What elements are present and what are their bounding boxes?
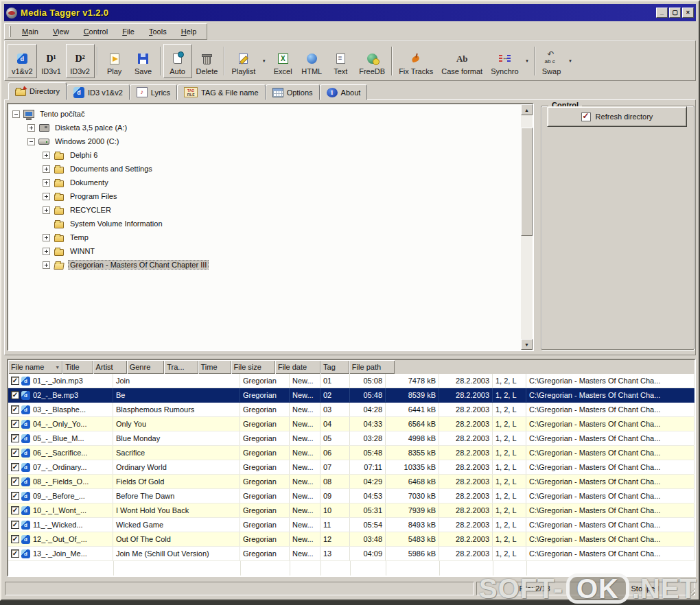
- column-header[interactable]: Tag: [320, 360, 349, 374]
- id3v2-icon[interactable]: ID3v2: [66, 44, 95, 78]
- row-checkbox[interactable]: [11, 506, 19, 514]
- playlist-icon[interactable]: Playlist: [227, 44, 259, 78]
- swap-dropdown-arrow[interactable]: [566, 45, 575, 77]
- column-header[interactable]: Tra...: [164, 360, 198, 374]
- table-row[interactable]: 11_-_Wicked... Wicked Game Gregorian New…: [8, 518, 695, 532]
- tree-item[interactable]: Windows 2000 (C:): [8, 134, 521, 148]
- tree-expander[interactable]: [27, 124, 35, 132]
- auto-icon[interactable]: Auto: [163, 44, 192, 78]
- scroll-down-arrow-icon[interactable]: ▼: [521, 339, 533, 350]
- synchro-dropdown-arrow[interactable]: [523, 45, 532, 77]
- toolbar-separator[interactable]: [160, 47, 161, 75]
- row-checkbox[interactable]: [11, 463, 19, 471]
- column-header[interactable]: File size: [231, 360, 275, 374]
- tree-item[interactable]: WINNT: [8, 244, 521, 258]
- column-header[interactable]: File name ▼: [8, 360, 62, 374]
- tab-directory[interactable]: Directory: [8, 82, 67, 100]
- column-header[interactable]: Time: [198, 360, 231, 374]
- menu-item[interactable]: Control: [78, 25, 114, 38]
- minimize-button[interactable]: _: [656, 8, 668, 18]
- play-icon[interactable]: Play: [100, 44, 129, 78]
- swap-icon[interactable]: Swap: [537, 44, 566, 78]
- close-button[interactable]: ×: [682, 8, 694, 18]
- row-checkbox[interactable]: [11, 535, 19, 543]
- table-row[interactable]: 12_-_Out_Of_... Out Of The Cold Gregoria…: [8, 532, 695, 547]
- tree-item[interactable]: System Volume Information: [8, 217, 521, 230]
- menu-item[interactable]: View: [47, 25, 75, 38]
- tab-about[interactable]: About: [320, 84, 368, 100]
- tree-expander[interactable]: [43, 248, 50, 255]
- delete-icon[interactable]: Delete: [192, 44, 222, 78]
- column-header[interactable]: Artist: [93, 360, 127, 374]
- row-checkbox[interactable]: [11, 420, 19, 428]
- row-checkbox[interactable]: [11, 492, 19, 500]
- table-row[interactable]: 03_-_Blasphe... Blasphemous Rumours Greg…: [8, 403, 695, 417]
- freedb-icon[interactable]: FreeDB: [355, 44, 389, 78]
- tree-scrollbar[interactable]: ▲ ▼: [521, 104, 533, 350]
- fix-tracks-icon[interactable]: Fix Tracks: [395, 44, 437, 78]
- tree-expander[interactable]: [12, 110, 20, 118]
- refresh-directory-button[interactable]: Refresh directory: [547, 106, 687, 127]
- tree-item[interactable]: Gregorian - Masters Of Chant Chapter III: [8, 258, 521, 272]
- tree-item[interactable]: RECYCLER: [8, 203, 521, 217]
- tree-item[interactable]: Tento počítač: [8, 107, 521, 121]
- table-row[interactable]: 04_-_Only_Yo... Only You Gregorian New..…: [8, 417, 695, 431]
- row-checkbox[interactable]: [11, 521, 19, 529]
- column-header[interactable]: File path: [349, 360, 395, 374]
- row-checkbox[interactable]: [11, 549, 19, 558]
- v1v2-icon[interactable]: v1&v2: [8, 44, 37, 78]
- table-row[interactable]: 05_-_Blue_M... Blue Monday Gregorian New…: [8, 431, 695, 446]
- tree-item[interactable]: Delphi 6: [8, 148, 521, 162]
- tab-options[interactable]: Options: [266, 84, 320, 100]
- row-checkbox[interactable]: [11, 434, 19, 442]
- row-checkbox[interactable]: [11, 391, 19, 399]
- tree-item[interactable]: Program Files: [8, 189, 521, 203]
- tree-item[interactable]: Temp: [8, 230, 521, 244]
- table-row[interactable]: 08_-_Fields_O... Fields Of Gold Gregoria…: [8, 475, 695, 489]
- column-header[interactable]: File date: [275, 360, 320, 374]
- toolbar-separator[interactable]: [534, 47, 535, 75]
- table-row[interactable]: 09_-_Before_... Before The Dawn Gregoria…: [8, 489, 695, 503]
- tree-item[interactable]: Documents and Settings: [8, 162, 521, 176]
- table-row[interactable]: 13_-_Join_Me... Join Me (Schill Out Vers…: [8, 547, 695, 561]
- tree-expander[interactable]: [27, 138, 35, 145]
- table-row[interactable]: 07_-_Ordinary... Ordinary World Gregoria…: [8, 460, 695, 475]
- tab-id3-v1v2[interactable]: ID3 v1&v2: [67, 84, 130, 100]
- tree-item[interactable]: Dokumenty: [8, 176, 521, 189]
- tree-expander[interactable]: [43, 152, 50, 159]
- tree-expander[interactable]: [43, 165, 50, 173]
- excel-icon[interactable]: Excel: [268, 44, 297, 78]
- row-checkbox[interactable]: [11, 449, 19, 457]
- save-icon[interactable]: Save: [129, 44, 158, 78]
- id3v1-icon[interactable]: ID3v1: [37, 44, 66, 78]
- menu-item[interactable]: File: [116, 25, 141, 38]
- column-header[interactable]: Title: [62, 360, 93, 374]
- tab-lyrics[interactable]: Lyrics: [130, 84, 177, 100]
- tree-expander[interactable]: [43, 193, 50, 200]
- column-header[interactable]: Genre: [127, 360, 165, 374]
- scrollbar-thumb[interactable]: [521, 128, 533, 236]
- table-row[interactable]: 01_-_Join.mp3 Join Gregorian New... 01 0…: [8, 374, 695, 388]
- menu-item[interactable]: Help: [175, 25, 203, 38]
- table-row[interactable]: 02_-_Be.mp3 Be Gregorian New... 02 05:48…: [8, 388, 695, 403]
- row-checkbox[interactable]: [11, 377, 19, 385]
- tree-expander[interactable]: [43, 179, 50, 187]
- table-row[interactable]: 10_-_I_Wont_... I Wont Hold You Back Gre…: [8, 503, 695, 518]
- table-row[interactable]: 06_-_Sacrifice... Sacrifice Gregorian Ne…: [8, 446, 695, 460]
- playlist-dropdown-arrow[interactable]: [259, 45, 268, 77]
- tree-expander[interactable]: [43, 206, 50, 214]
- row-checkbox[interactable]: [11, 477, 19, 486]
- maximize-button[interactable]: ▢: [669, 8, 681, 18]
- synchro-icon[interactable]: Synchro: [487, 44, 522, 78]
- tree-expander[interactable]: [43, 261, 50, 269]
- tree-expander[interactable]: [43, 234, 50, 241]
- menu-item[interactable]: Main: [16, 25, 45, 38]
- row-checkbox[interactable]: [11, 405, 19, 414]
- tree-item[interactable]: Disketa 3,5 palce (A:): [8, 121, 521, 134]
- scroll-up-arrow-icon[interactable]: ▲: [521, 104, 533, 115]
- toolbar-separator[interactable]: [224, 47, 225, 75]
- html-icon[interactable]: HTML: [297, 44, 326, 78]
- menu-item[interactable]: Tools: [143, 25, 173, 38]
- toolbar-separator[interactable]: [391, 47, 393, 75]
- case-format-icon[interactable]: Case format: [437, 44, 487, 78]
